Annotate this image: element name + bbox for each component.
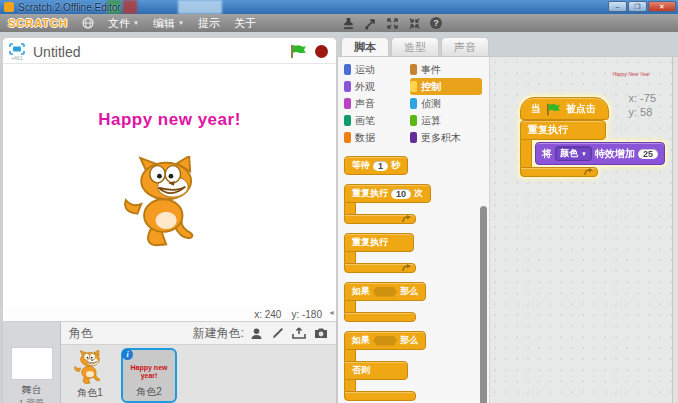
- grow-icon[interactable]: [386, 17, 399, 30]
- menu-about-label: 关于: [234, 16, 256, 31]
- menu-tips[interactable]: 提示: [198, 16, 220, 31]
- stop-button[interactable]: [315, 45, 328, 58]
- menu-about[interactable]: 关于: [234, 16, 256, 31]
- main-content: v461 Untitled Happy new year! x: 240: [0, 32, 678, 403]
- forever-block[interactable]: 重复执行 将 颜色 ▼ 特效增加: [520, 120, 665, 177]
- sound-color-swatch: [344, 98, 351, 109]
- stage-column: v461 Untitled Happy new year! x: 240: [0, 32, 337, 403]
- if-else-block[interactable]: 如果 那么 否则: [344, 331, 489, 401]
- category-looks[interactable]: 外观: [344, 78, 410, 95]
- menubar: SCRATCH 文件 ▼ 编辑 ▼ 提示 关于: [0, 14, 678, 32]
- menu-file-label: 文件: [108, 16, 130, 31]
- if-block[interactable]: 如果 那么: [344, 282, 489, 322]
- script-column: Happy New Year x: -75 y: 58 当 被点击 重复执行: [490, 32, 678, 403]
- tab-scripts[interactable]: 脚本: [341, 37, 389, 56]
- change-color-effect-block[interactable]: 将 颜色 ▼ 特效增加 25: [535, 142, 665, 165]
- forever-block[interactable]: 重复执行: [344, 233, 489, 273]
- effect-dropdown[interactable]: 颜色 ▼: [555, 146, 592, 161]
- app-icon: [4, 2, 14, 12]
- wait-value[interactable]: 1: [373, 161, 388, 171]
- scrollbar-thumb[interactable]: [480, 206, 487, 403]
- palette-blocks: 等待 1 秒 重复执行 10 次: [344, 150, 489, 403]
- duplicate-stamp-icon[interactable]: [342, 17, 355, 30]
- menu-file[interactable]: 文件 ▼: [108, 16, 139, 31]
- pen-color-swatch: [344, 115, 351, 126]
- maximize-button[interactable]: ❐: [628, 1, 647, 12]
- wait-block[interactable]: 等待 1 秒: [344, 156, 408, 175]
- menu-edit-label: 编辑: [153, 16, 175, 31]
- category-more-blocks[interactable]: 更多积木: [410, 129, 490, 146]
- script-stack[interactable]: 当 被点击 重复执行 将 颜色: [520, 97, 665, 177]
- block-help-icon[interactable]: ?: [430, 17, 442, 29]
- more-blocks-color-swatch: [410, 132, 417, 143]
- motion-color-swatch: [344, 64, 351, 75]
- paint-brush-icon[interactable]: [271, 327, 284, 340]
- category-events[interactable]: 事件: [410, 61, 490, 78]
- sprite-item-2[interactable]: i Happy new year! 角色2: [121, 348, 177, 403]
- collapse-arrow-icon[interactable]: ◄: [328, 309, 335, 316]
- effect-value-input[interactable]: 25: [638, 149, 658, 159]
- backdrop-count: 1 背景: [19, 397, 45, 403]
- toolbar: ?: [342, 14, 442, 32]
- repeat-value[interactable]: 10: [391, 189, 411, 199]
- category-control[interactable]: 控制: [410, 78, 482, 95]
- tab-costumes[interactable]: 造型: [391, 37, 439, 56]
- category-motion[interactable]: 运动: [344, 61, 410, 78]
- sprite-library-icon[interactable]: [250, 327, 263, 340]
- scratch-window: Scratch 2 Offline Editor – ❐ ✕ SCRATCH 文…: [0, 0, 678, 403]
- camera-icon[interactable]: [314, 327, 328, 339]
- version-label: v461: [12, 56, 23, 61]
- data-color-swatch: [344, 132, 351, 143]
- shrink-icon[interactable]: [408, 17, 421, 30]
- menu-edit[interactable]: 编辑 ▼: [153, 16, 184, 31]
- loop-arrow-icon: [401, 215, 411, 223]
- category-operators[interactable]: 运算: [410, 112, 490, 129]
- sprite-info-icon[interactable]: i: [122, 349, 133, 360]
- delete-icon[interactable]: [364, 17, 377, 30]
- green-flag-button[interactable]: [290, 44, 307, 59]
- repeat-block[interactable]: 重复执行 10 次: [344, 184, 489, 224]
- when-green-flag-clicked-block[interactable]: 当 被点击: [520, 97, 609, 120]
- category-sensing[interactable]: 侦测: [410, 95, 490, 112]
- category-grid: 运动 事件 外观 控制 声音 侦测 画笔 运算 数据 更多积木: [344, 61, 489, 146]
- chevron-down-icon: ▼: [133, 20, 139, 26]
- events-color-swatch: [410, 64, 417, 75]
- control-color-swatch: [410, 81, 417, 92]
- script-scrollbar[interactable]: [672, 57, 678, 403]
- sprite-thumbnail-text: Happy new year!: [125, 364, 173, 379]
- watermark-text: Happy New Year: [613, 71, 650, 77]
- stage-thumbnail[interactable]: [11, 347, 53, 380]
- stage-thumbnail-column[interactable]: 舞台 1 背景: [3, 322, 61, 403]
- tab-sounds[interactable]: 声音: [441, 37, 489, 56]
- scripts-workspace[interactable]: Happy New Year x: -75 y: 58 当 被点击 重复执行: [490, 56, 678, 403]
- new-sprite-label: 新建角色:: [193, 325, 244, 342]
- looks-color-swatch: [344, 81, 351, 92]
- fullscreen-icon[interactable]: [9, 43, 25, 55]
- boolean-slot: [373, 336, 397, 346]
- green-flag-icon: [546, 103, 561, 116]
- language-globe-icon[interactable]: [82, 17, 94, 29]
- stage-text-sprite[interactable]: Happy new year!: [3, 110, 336, 130]
- close-button[interactable]: ✕: [648, 1, 676, 12]
- cat-sprite[interactable]: [118, 156, 214, 252]
- stop-sign-icon: [315, 45, 328, 58]
- wallpaper-blob: [178, 0, 222, 14]
- palette-column: 脚本 造型 声音 运动 事件 外观 控制 声音 侦测 画笔 运算 数据 更多积木: [337, 32, 490, 403]
- chevron-down-icon: ▼: [178, 20, 184, 26]
- sensing-color-swatch: [410, 98, 417, 109]
- stage-label: 舞台: [22, 383, 42, 397]
- titlebar: Scratch 2 Offline Editor – ❐ ✕: [0, 0, 678, 14]
- operators-color-swatch: [410, 115, 417, 126]
- minimize-button[interactable]: –: [608, 1, 627, 12]
- category-sound[interactable]: 声音: [344, 95, 410, 112]
- category-data[interactable]: 数据: [344, 129, 410, 146]
- scratch-logo: SCRATCH: [8, 17, 68, 29]
- palette-scrollbar[interactable]: [480, 61, 487, 403]
- block-palette: 运动 事件 外观 控制 声音 侦测 画笔 运算 数据 更多积木 等待 1: [337, 56, 490, 403]
- category-pen[interactable]: 画笔: [344, 112, 410, 129]
- stage-canvas[interactable]: Happy new year!: [3, 64, 336, 307]
- sprite-name: 角色2: [136, 385, 162, 399]
- sprite-item-1[interactable]: 角色1: [67, 348, 113, 400]
- mouse-coordinates: x: 240 y: -180 ◄: [3, 307, 336, 321]
- upload-sprite-icon[interactable]: [292, 327, 306, 340]
